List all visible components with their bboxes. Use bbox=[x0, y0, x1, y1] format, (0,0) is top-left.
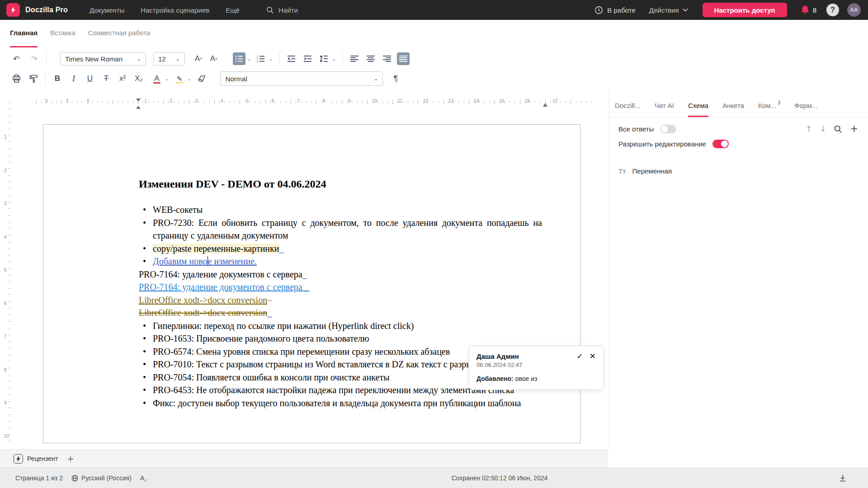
font-family-select[interactable]: Times New Roman ⌄ bbox=[60, 52, 146, 66]
strikethrough-button[interactable]: T bbox=[100, 72, 113, 85]
italic-button[interactable]: I bbox=[67, 72, 80, 85]
font-color-swatch bbox=[153, 82, 160, 84]
add-document-tab-button[interactable]: + bbox=[67, 454, 74, 464]
bold-button[interactable]: B bbox=[51, 72, 64, 85]
underline-button[interactable]: U bbox=[84, 72, 96, 85]
chevron-down-icon[interactable]: ⌄ bbox=[269, 56, 273, 62]
increase-indent-button[interactable] bbox=[301, 52, 314, 65]
clear-formatting-button[interactable] bbox=[196, 72, 208, 85]
tab-home[interactable]: Главная bbox=[10, 29, 38, 47]
redo-button[interactable]: ↷ bbox=[28, 52, 41, 65]
sidebar-tab-doczilla[interactable]: Doczill... bbox=[615, 102, 641, 117]
bullet-list-button[interactable] bbox=[233, 52, 245, 65]
subscript-button[interactable]: X₂ bbox=[132, 72, 145, 85]
right-indent-marker[interactable] bbox=[543, 101, 547, 107]
help-button[interactable]: ? bbox=[826, 4, 839, 16]
decrease-indent-button[interactable] bbox=[285, 52, 297, 65]
ruler-number: 3 bbox=[4, 201, 7, 206]
ruler-number: 8 bbox=[4, 367, 7, 372]
increase-font-button[interactable]: A˄ bbox=[192, 52, 205, 65]
sidebar-tab-chat-ai[interactable]: Чат AI bbox=[655, 102, 674, 117]
sidebar-tab-comments[interactable]: Ком...3 bbox=[758, 100, 780, 117]
ruler-number: 8 bbox=[322, 99, 325, 103]
move-up-icon[interactable]: ↑ bbox=[806, 124, 812, 133]
chevron-down-icon bbox=[683, 8, 688, 12]
numbered-list-button[interactable]: 1 2 3 bbox=[255, 52, 267, 65]
ruler-number: 16 bbox=[525, 99, 530, 103]
language-selector[interactable]: Русский (Россия) bbox=[71, 474, 132, 482]
doczilla-logo-icon[interactable] bbox=[6, 3, 20, 17]
ruler-number: 3 bbox=[195, 99, 198, 103]
chevron-down-icon[interactable]: ⌄ bbox=[165, 76, 169, 82]
doc-paragraph: Фикс: доступен выбор текущего пользовате… bbox=[139, 397, 542, 410]
ruler-number: 17 bbox=[552, 99, 557, 103]
paragraph-style-select[interactable]: Normal ⌄ bbox=[220, 71, 383, 86]
menu-documents[interactable]: Документы bbox=[90, 6, 124, 14]
horizontal-ruler[interactable]: 3211234567891011121314151617 bbox=[36, 97, 594, 107]
chevron-down-icon[interactable]: ⌄ bbox=[247, 56, 251, 62]
avatar[interactable]: AA bbox=[847, 3, 861, 17]
align-left-button[interactable] bbox=[348, 52, 361, 65]
download-icon[interactable] bbox=[839, 474, 846, 482]
ruler-number: 6 bbox=[272, 99, 274, 103]
undo-button[interactable]: ↶ bbox=[10, 52, 23, 65]
comments-count-badge: 3 bbox=[778, 100, 780, 105]
font-family-value: Times New Roman bbox=[65, 55, 123, 63]
font-size-select[interactable]: 12 ⌄ bbox=[153, 52, 185, 66]
all-answers-toggle[interactable] bbox=[660, 125, 676, 133]
chevron-down-icon: ⌄ bbox=[175, 56, 180, 62]
all-answers-row: Все ответы ↑ ↓ + bbox=[618, 123, 858, 134]
page-indicator[interactable]: Страница 1 из 2 bbox=[15, 474, 63, 482]
align-center-button[interactable] bbox=[364, 52, 377, 65]
doc-paragraph: PRO-7230: Если обновить страницу с докум… bbox=[139, 216, 542, 242]
chevron-down-icon[interactable]: ⌄ bbox=[187, 76, 191, 82]
chevron-down-icon[interactable]: ⌄ bbox=[331, 56, 335, 62]
add-icon[interactable]: + bbox=[850, 123, 858, 134]
print-button[interactable] bbox=[10, 72, 23, 85]
menu-scenarios[interactable]: Настройка сценариев bbox=[141, 6, 209, 14]
show-paragraph-marks-button[interactable]: ¶ bbox=[389, 72, 402, 85]
format-painter-button[interactable] bbox=[27, 72, 40, 85]
search-icon[interactable] bbox=[834, 125, 842, 133]
share-access-button[interactable]: Настроить доступ bbox=[703, 3, 787, 17]
workflow-status[interactable]: В работе bbox=[594, 6, 636, 14]
accept-change-icon[interactable]: ✓ bbox=[577, 352, 583, 360]
reject-change-icon[interactable]: ✕ bbox=[590, 352, 596, 360]
reviewer-tab[interactable]: Рецензент bbox=[27, 455, 58, 462]
decrease-font-button[interactable]: A˅ bbox=[208, 52, 220, 65]
move-down-icon[interactable]: ↓ bbox=[820, 124, 826, 133]
sidebar-tabs: Doczill... Чат AI Схема Анкета Ком...3 Ф… bbox=[609, 90, 868, 117]
vertical-ruler[interactable]: 12345678910 bbox=[3, 102, 12, 446]
sidebar-tab-schema[interactable]: Схема bbox=[688, 102, 708, 117]
align-right-button[interactable] bbox=[381, 52, 393, 65]
document-tabs-bar: Рецензент + bbox=[0, 449, 608, 468]
chevron-down-icon: ⌄ bbox=[373, 75, 378, 82]
tab-collaboration[interactable]: Совместная работа bbox=[88, 29, 150, 47]
bell-icon bbox=[801, 5, 810, 15]
ruler-number: 3 bbox=[45, 99, 47, 103]
font-size-value: 12 bbox=[158, 55, 166, 63]
variable-item[interactable]: Tт Переменная bbox=[618, 167, 858, 175]
notifications[interactable]: 8 bbox=[801, 5, 816, 15]
saved-status: Сохранен 02:50:12 06 Июн, 2024 bbox=[452, 474, 548, 482]
justify-button[interactable] bbox=[397, 52, 410, 65]
superscript-button[interactable]: x² bbox=[116, 72, 129, 85]
doc-paragraph-highlighted: copy/paste переменные-картинки_ bbox=[139, 242, 542, 255]
hanging-indent-marker[interactable] bbox=[136, 103, 141, 109]
change-mark: _ bbox=[302, 282, 309, 292]
allow-edit-toggle[interactable] bbox=[712, 140, 729, 148]
ruler-number: 11 bbox=[398, 99, 402, 103]
line-spacing-button[interactable] bbox=[317, 52, 330, 65]
actions-dropdown[interactable]: Действия bbox=[649, 6, 688, 14]
doc-paragraph-link: PRO-7164: удаление документов с сервера … bbox=[139, 281, 542, 294]
font-color-button[interactable]: A bbox=[151, 72, 163, 85]
document-page[interactable]: Изменения DEV - DEMO от 04.06.2024 WEB-с… bbox=[43, 124, 580, 443]
search-field[interactable]: Найти bbox=[266, 6, 298, 14]
ruler-number: 13 bbox=[448, 99, 453, 103]
spellcheck-icon[interactable]: A✓ bbox=[140, 474, 144, 482]
sidebar-tab-forms[interactable]: Форм... bbox=[794, 102, 817, 117]
highlight-button[interactable]: ✎ bbox=[173, 72, 186, 85]
menu-more[interactable]: Ещё bbox=[226, 6, 240, 14]
sidebar-tab-questionnaire[interactable]: Анкета bbox=[722, 102, 744, 117]
tab-insert[interactable]: Вставка bbox=[50, 29, 75, 47]
